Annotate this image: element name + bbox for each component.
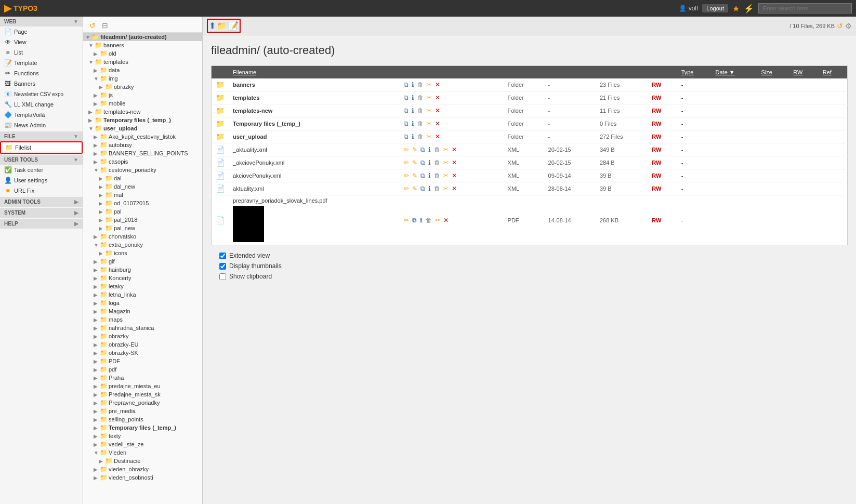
sidebar-item-view[interactable]: 👁 View <box>0 37 83 47</box>
file-name-link[interactable]: Temporary files (_temp_) <box>233 121 300 127</box>
action-delete[interactable]: 🗑 <box>433 145 441 154</box>
action-info[interactable]: ℹ <box>419 216 424 224</box>
tree-node[interactable]: ▼ 📁 banners <box>83 41 202 49</box>
action-unlink[interactable]: ✕ <box>434 81 441 89</box>
action-edit[interactable]: ✏ <box>403 145 410 154</box>
tree-node[interactable]: ▶ 📁 Destinacie <box>83 457 202 465</box>
sidebar-item-banners[interactable]: 🖼 Banners <box>0 78 83 89</box>
tree-node[interactable]: ▶ 📁 predajne_miesta_eu <box>83 382 202 390</box>
action-cut[interactable]: ✂ <box>442 145 450 154</box>
sidebar-item-llxml[interactable]: 🔧 LL XML change <box>0 99 83 110</box>
action-info[interactable]: ℹ <box>411 120 415 128</box>
file-name-link[interactable]: templates <box>233 95 259 101</box>
sidebar-section-help-header[interactable]: HELP ▶ <box>0 219 83 229</box>
bolt-icon[interactable]: ⚡ <box>744 4 754 14</box>
tree-node[interactable]: ▶ 📁 letna_linka <box>83 290 202 299</box>
action-edit2[interactable]: ✎ <box>411 184 418 193</box>
tree-node[interactable]: ▶ 📁 pdf <box>83 365 202 374</box>
action-cut[interactable]: ✂ <box>426 132 433 141</box>
filename-sort[interactable]: Filename <box>233 69 256 75</box>
tree-node[interactable]: ▶ 📁 Magazin <box>83 307 202 315</box>
action-info[interactable]: ℹ <box>411 94 415 102</box>
search-input[interactable] <box>758 3 852 14</box>
action-copy[interactable]: ⧉ <box>419 145 426 154</box>
sidebar-item-page[interactable]: 📄 Page <box>0 26 83 37</box>
action-delete[interactable]: 🗑 <box>416 94 425 102</box>
sidebar-item-template[interactable]: 📝 Template <box>0 58 83 68</box>
action-delete[interactable]: 🗑 <box>425 216 433 224</box>
tree-node[interactable]: ▶ 📁 obrazky-EU <box>83 340 202 349</box>
tree-node[interactable]: ▼ 📁 user_upload <box>83 124 202 132</box>
action-delete[interactable]: 🗑 <box>416 132 425 141</box>
file-name-link[interactable]: prepravny_poriadok_slovak_lines.pdf <box>233 197 327 204</box>
toolbar-extra-btn1[interactable]: ↺ <box>837 22 843 30</box>
toolbar-extra-btn2[interactable]: ⚙ <box>845 22 852 30</box>
tree-node[interactable]: ▶ 📁 vedeli_ste_ze <box>83 440 202 448</box>
action-info[interactable]: ℹ <box>411 81 415 89</box>
logout-button[interactable]: Logout <box>702 4 728 12</box>
action-copy[interactable]: ⧉ <box>419 184 426 193</box>
tree-collapse-button[interactable]: ⊟ <box>100 21 110 30</box>
file-name-link[interactable]: akciovePonuky.xml <box>233 173 281 179</box>
tree-node[interactable]: ▶ 📁 mobile <box>83 99 202 108</box>
file-name-link[interactable]: user_upload <box>233 134 267 140</box>
tree-node[interactable]: ▶ 📁 obrazky-SK <box>83 349 202 357</box>
action-edit[interactable]: ✏ <box>403 158 410 167</box>
action-unlink[interactable]: ✕ <box>434 120 441 128</box>
action-cut[interactable]: ✂ <box>426 107 433 115</box>
tree-node[interactable]: ▶ 📁 chorvatsko <box>83 232 202 241</box>
tree-node[interactable]: ▶ 📁 icons <box>83 249 202 257</box>
tree-node[interactable]: ▼ 📁 img <box>83 74 202 83</box>
tree-node[interactable]: ▶ 📁 old <box>83 49 202 58</box>
action-edit[interactable]: ✏ <box>403 171 410 180</box>
new-file-button[interactable]: 📝 <box>228 21 239 31</box>
sidebar-section-file-header[interactable]: FILE ▼ <box>0 131 83 141</box>
action-copy[interactable]: ⧉ <box>403 132 410 141</box>
size-sort[interactable]: Size <box>761 69 772 75</box>
action-edit[interactable]: ✏ <box>403 216 410 224</box>
action-unlink[interactable]: ✕ <box>451 158 458 167</box>
action-cut[interactable]: ✂ <box>442 171 450 180</box>
action-info[interactable]: ℹ <box>427 145 432 154</box>
tree-node[interactable]: ▶ 📁 pal <box>83 207 202 216</box>
action-info[interactable]: ℹ <box>427 184 432 193</box>
file-name-link[interactable]: templates-new <box>233 108 272 114</box>
action-cut[interactable]: ✂ <box>434 216 441 224</box>
tree-node[interactable]: ▼ 📁 extra_ponuky <box>83 241 202 249</box>
tree-node[interactable]: ▼ 📁 templates <box>83 58 202 66</box>
tree-node[interactable]: ▼ 📁 Vieden <box>83 448 202 457</box>
extended-view-checkbox[interactable] <box>219 253 226 259</box>
tree-node[interactable]: ▶ 📁 templates-new <box>83 108 202 116</box>
tree-node[interactable]: ▶ 📁 Praha <box>83 374 202 382</box>
action-copy[interactable]: ⧉ <box>411 216 418 224</box>
sidebar-section-system-header[interactable]: SYSTEM ▶ <box>0 208 83 218</box>
tree-node[interactable]: ▶ 📁 Predajne_miesta_sk <box>83 390 202 399</box>
tree-node[interactable]: ▶ 📁 hainburg <box>83 266 202 274</box>
action-edit2[interactable]: ✎ <box>411 145 418 154</box>
tree-node[interactable]: ▶ 📁 mal <box>83 191 202 199</box>
sidebar-item-newsadmin[interactable]: 📰 News Admin <box>0 120 83 130</box>
action-edit2[interactable]: ✎ <box>411 158 418 167</box>
show-clipboard-checkbox[interactable] <box>219 273 226 280</box>
sidebar-item-functions[interactable]: ✏ Functions <box>0 68 83 78</box>
rw-sort[interactable]: RW <box>793 69 802 75</box>
action-cut[interactable]: ✂ <box>442 184 450 193</box>
ref-sort[interactable]: Ref <box>823 69 832 75</box>
tree-node[interactable]: ▶ 📁 selling_points <box>83 415 202 423</box>
tree-node[interactable]: ▶ 📁 PDF <box>83 357 202 365</box>
tree-node[interactable]: ▶ 📁 pre_media <box>83 407 202 415</box>
tree-node[interactable]: ▼ 📁 cestovne_poriadky <box>83 166 202 174</box>
tree-node[interactable]: ▶ 📁 dal <box>83 174 202 182</box>
tree-node[interactable]: ▶ 📁 Koncerty <box>83 274 202 282</box>
tree-node[interactable]: ▶ 📁 maps <box>83 315 202 324</box>
tree-node[interactable]: ▶ 📁 autobusy <box>83 141 202 149</box>
action-unlink[interactable]: ✕ <box>451 171 458 180</box>
tree-node[interactable]: ▶ 📁 casopis <box>83 157 202 166</box>
tree-node[interactable]: ▶ 📁 texty <box>83 432 202 440</box>
action-unlink[interactable]: ✕ <box>451 145 458 154</box>
tree-node[interactable]: ▶ 📁 Ako_kupit_cestovny_listok <box>83 132 202 141</box>
tree-node[interactable]: ▶ 📁 BANNERY_SELLING_POINTS <box>83 149 202 157</box>
sidebar-section-admintools-header[interactable]: ADMIN TOOLS ▶ <box>0 197 83 207</box>
action-info[interactable]: ℹ <box>427 158 432 167</box>
action-copy[interactable]: ⧉ <box>403 94 410 102</box>
